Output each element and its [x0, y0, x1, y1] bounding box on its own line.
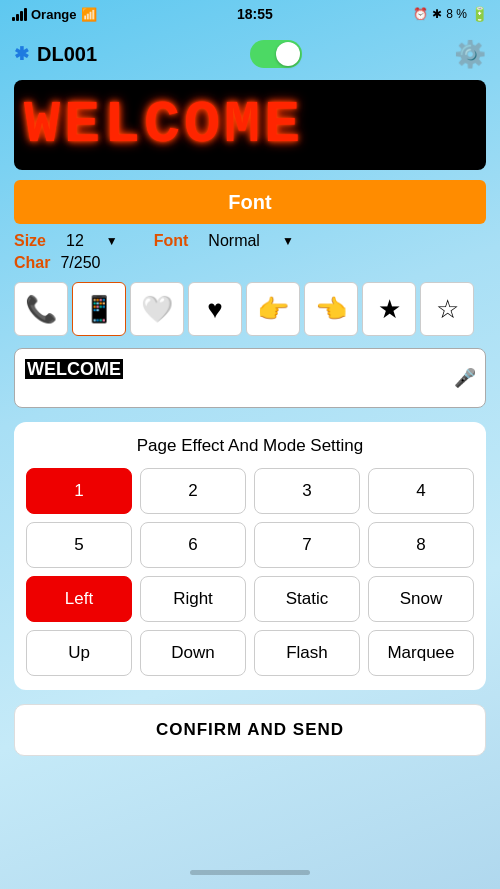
signal-icon	[12, 8, 27, 21]
font-label: Font	[154, 232, 189, 250]
carrier-label: Orange	[31, 7, 77, 22]
bluetooth-icon: ✱	[14, 43, 29, 65]
battery-label: 8 %	[446, 7, 467, 21]
effect-btn-6[interactable]: 6	[140, 522, 246, 568]
effect-btn-right[interactable]: Right	[140, 576, 246, 622]
toggle-knob	[276, 42, 300, 66]
text-input-highlighted: WELCOME	[25, 359, 123, 379]
bottom-bar	[0, 855, 500, 889]
time-display: 18:55	[237, 6, 273, 22]
emoji-item-1[interactable]: 📱	[72, 282, 126, 336]
status-right: ⏰ ✱ 8 % 🔋	[413, 6, 488, 22]
effect-btn-7[interactable]: 7	[254, 522, 360, 568]
effect-btn-2[interactable]: 2	[140, 468, 246, 514]
effect-btn-5[interactable]: 5	[26, 522, 132, 568]
effect-btn-flash[interactable]: Flash	[254, 630, 360, 676]
alarm-icon: ⏰	[413, 7, 428, 21]
effect-btn-static[interactable]: Static	[254, 576, 360, 622]
status-bar: Orange 📶 18:55 ⏰ ✱ 8 % 🔋	[0, 0, 500, 28]
effect-btn-up[interactable]: Up	[26, 630, 132, 676]
char-row: Char 7/250	[0, 254, 500, 272]
effect-btn-snow[interactable]: Snow	[368, 576, 474, 622]
effect-btn-8[interactable]: 8	[368, 522, 474, 568]
effect-btn-marquee[interactable]: Marquee	[368, 630, 474, 676]
battery-icon: 🔋	[471, 6, 488, 22]
text-input-container: WELCOME 🎤	[14, 348, 486, 408]
effect-btn-down[interactable]: Down	[140, 630, 246, 676]
emoji-item-2[interactable]: 🤍	[130, 282, 184, 336]
settings-icon[interactable]: ⚙️	[454, 39, 486, 70]
power-toggle[interactable]	[250, 40, 302, 68]
led-display: WELCOME	[14, 80, 486, 170]
page-effect-title: Page Effect And Mode Setting	[26, 436, 474, 456]
effect-btn-4[interactable]: 4	[368, 468, 474, 514]
page-effect-section: Page Effect And Mode Setting 1 2 3 4 5 6…	[14, 422, 486, 690]
char-label: Char	[14, 254, 50, 272]
emoji-item-0[interactable]: 📞	[14, 282, 68, 336]
size-dropdown-icon[interactable]: ▼	[106, 234, 118, 248]
home-indicator	[190, 870, 310, 875]
nav-bar: ✱ DL001 ⚙️	[0, 28, 500, 80]
status-left: Orange 📶	[12, 7, 97, 22]
text-display-area[interactable]: WELCOME	[14, 348, 486, 408]
confirm-send-button[interactable]: CONFIRM AND SEND	[14, 704, 486, 756]
size-value: 12	[66, 232, 84, 250]
wifi-icon: 📶	[81, 7, 97, 22]
nav-left: ✱ DL001	[14, 43, 97, 66]
size-label: Size	[14, 232, 46, 250]
effect-grid: 1 2 3 4 5 6 7 8 Left Right Static Snow U…	[26, 468, 474, 676]
font-value: Normal	[208, 232, 260, 250]
device-name: DL001	[37, 43, 97, 66]
effect-btn-left[interactable]: Left	[26, 576, 132, 622]
emoji-item-5[interactable]: 👈	[304, 282, 358, 336]
led-text: WELCOME	[24, 91, 304, 159]
mic-icon[interactable]: 🎤	[454, 367, 476, 389]
emoji-item-7[interactable]: ☆	[420, 282, 474, 336]
effect-btn-3[interactable]: 3	[254, 468, 360, 514]
emoji-item-6[interactable]: ★	[362, 282, 416, 336]
font-meta-row: Size 12 ▼ Font Normal ▼	[0, 232, 500, 250]
emoji-item-3[interactable]: ♥	[188, 282, 242, 336]
font-button[interactable]: Font	[14, 180, 486, 224]
char-count: 7/250	[60, 254, 100, 272]
emoji-row: 📞 📱 🤍 ♥ 👉 👈 ★ ☆	[0, 282, 500, 336]
emoji-item-4[interactable]: 👉	[246, 282, 300, 336]
font-dropdown-icon[interactable]: ▼	[282, 234, 294, 248]
bluetooth-status-icon: ✱	[432, 7, 442, 21]
effect-btn-1[interactable]: 1	[26, 468, 132, 514]
